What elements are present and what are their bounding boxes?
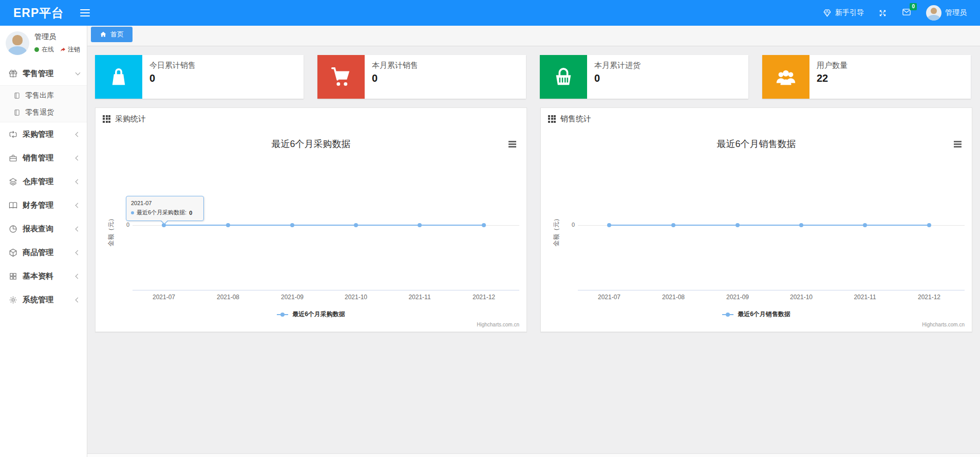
- y-axis-title: 金额（元）: [107, 215, 116, 246]
- highcharts-credits[interactable]: Highcharts.com.cn: [477, 322, 519, 327]
- online-status-label: 在线: [42, 45, 54, 54]
- user-status-row: 在线 注销: [34, 45, 80, 54]
- tab-home[interactable]: 首页: [91, 27, 133, 42]
- stat-value: 22: [817, 72, 847, 84]
- logout-icon: [60, 46, 66, 53]
- navbar-username: 管理员: [945, 8, 967, 17]
- avatar-head: [12, 35, 22, 45]
- user-info: 管理员 在线 注销: [34, 32, 80, 54]
- logout-label: 注销: [68, 45, 80, 54]
- stat-card-user-count: 用户数量 22: [762, 55, 971, 99]
- box-icon: [9, 248, 17, 257]
- avatar-body: [928, 15, 939, 21]
- guide-button[interactable]: 新手引导: [823, 8, 864, 17]
- shopping-basket-icon: [552, 65, 575, 89]
- sidebar-item-reports[interactable]: 报表查询: [0, 217, 87, 241]
- x-axis-label: 2021-10: [781, 294, 822, 301]
- user-menu[interactable]: 管理员: [926, 5, 967, 21]
- chart-export-menu-icon[interactable]: [507, 139, 517, 150]
- tab-label: 首页: [110, 30, 124, 39]
- y-axis-title: 金额（元）: [552, 215, 561, 246]
- avatar: [6, 31, 29, 55]
- legend-item[interactable]: 最近6个月采购数据: [96, 310, 526, 319]
- x-axis-label: 2021-07: [589, 294, 630, 301]
- data-point: [354, 223, 358, 227]
- gear-icon: [9, 296, 17, 304]
- chevron-left-icon: [76, 155, 81, 160]
- stat-value: 0: [372, 72, 418, 84]
- data-point: [799, 223, 803, 227]
- data-point: [226, 223, 230, 227]
- chevron-left-icon: [76, 273, 81, 279]
- x-axis-line: [578, 290, 965, 290]
- sidebar-toggle-icon[interactable]: [80, 7, 90, 19]
- sidebar-item-retail[interactable]: 零售管理: [0, 62, 87, 85]
- avatar-head: [931, 8, 937, 14]
- x-axis-label: 2021-11: [399, 294, 440, 301]
- erp-dashboard: ERP平台 新手引导 0 管理员 管理员: [0, 0, 980, 457]
- x-axis-label: 2021-09: [272, 294, 313, 301]
- chart-tooltip: 2021-07 最近6个月采购数据: 0: [126, 196, 204, 221]
- stat-icon-block: [540, 55, 587, 99]
- sidebar-item-warehouse[interactable]: 仓库管理: [0, 170, 87, 193]
- submenu-item-label: 零售退货: [25, 108, 54, 117]
- x-axis-label: 2021-07: [143, 294, 184, 301]
- sidebar-item-system[interactable]: 系统管理: [0, 288, 87, 312]
- highcharts-credits[interactable]: Highcharts.com.cn: [922, 322, 965, 327]
- th-grid-icon: [103, 115, 110, 123]
- stat-label: 本月累计销售: [372, 61, 418, 70]
- sidebar-item-label: 零售管理: [23, 69, 76, 79]
- gift-icon: [9, 69, 17, 78]
- tabbar: 首页: [87, 26, 980, 46]
- online-status-icon: [34, 47, 39, 52]
- data-point: [863, 223, 867, 227]
- tooltip-series-label: 最近6个月采购数据:: [137, 209, 186, 216]
- home-icon: [100, 31, 107, 38]
- footer-strip: [87, 453, 980, 457]
- sidebar-item-retail-outbound[interactable]: 零售出库: [0, 87, 87, 104]
- guide-label: 新手引导: [835, 8, 864, 17]
- x-axis-line: [133, 290, 519, 290]
- logout-link[interactable]: 注销: [60, 45, 80, 54]
- messages-button[interactable]: 0: [901, 8, 912, 18]
- data-point: [736, 223, 740, 227]
- app-logo: ERP平台: [13, 5, 64, 21]
- tooltip-x-value: 2021-07: [131, 200, 199, 206]
- fullscreen-icon: [878, 9, 887, 17]
- series-line: [609, 225, 929, 226]
- legend-marker-dot: [726, 313, 730, 317]
- y-axis-tick: 0: [560, 222, 575, 228]
- sidebar-item-goods[interactable]: 商品管理: [0, 241, 87, 264]
- chevron-left-icon: [76, 226, 81, 231]
- panel-title: 采购统计: [115, 114, 146, 124]
- sidebar-item-purchase[interactable]: 采购管理: [0, 122, 87, 146]
- stat-label: 用户数量: [817, 61, 847, 70]
- journal-icon: [13, 109, 21, 116]
- x-axis-label: 2021-12: [463, 294, 504, 301]
- avatar-body: [8, 46, 27, 55]
- book-open-icon: [9, 201, 17, 210]
- fullscreen-button[interactable]: [878, 9, 887, 17]
- sidebar-item-basic-data[interactable]: 基本资料: [0, 264, 87, 288]
- legend-item[interactable]: 最近6个月销售数据: [541, 310, 972, 319]
- stat-icon-block: [317, 55, 365, 99]
- stat-card-month-sales: 本月累计销售 0: [317, 55, 526, 99]
- retail-submenu: 零售出库 零售退货: [0, 85, 87, 122]
- users-icon: [774, 65, 798, 89]
- sidebar-item-finance[interactable]: 财务管理: [0, 193, 87, 217]
- message-count-badge: 0: [910, 3, 917, 10]
- stat-card-month-purchase: 本月累计进货 0: [540, 55, 748, 99]
- sidebar-item-sales[interactable]: 销售管理: [0, 146, 87, 170]
- sidebar-item-label: 报表查询: [23, 224, 76, 234]
- chart-title: 最近6个月采购数据: [96, 138, 526, 150]
- sidebar-item-retail-return[interactable]: 零售退货: [0, 104, 87, 121]
- user-name: 管理员: [34, 32, 80, 42]
- stat-text: 本月累计进货 0: [587, 55, 640, 99]
- submenu-item-label: 零售出库: [25, 91, 54, 100]
- series-line: [164, 225, 484, 226]
- stat-label: 本月累计进货: [594, 61, 640, 70]
- user-panel: 管理员 在线 注销: [0, 26, 87, 62]
- sidebar-item-label: 商品管理: [23, 248, 76, 258]
- stat-value: 0: [149, 72, 196, 84]
- chart-export-menu-icon[interactable]: [953, 139, 963, 150]
